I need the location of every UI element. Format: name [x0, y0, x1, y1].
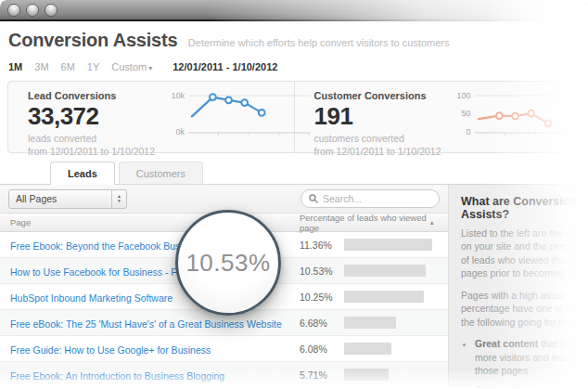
range-option-1y[interactable]: 1Y — [87, 61, 99, 72]
table-row: Free Guide: How to Use Google+ for Busin… — [0, 336, 448, 362]
lead-stat-value: 33,372 — [28, 102, 164, 131]
conversion-stats-panel: Lead Conversions 33,372 leads convertedf… — [7, 81, 581, 153]
customer-conversions-stat: Customer Conversions 191 customers conve… — [295, 82, 581, 152]
page-link[interactable]: Free Guide: How to Use Google+ for Busin… — [10, 344, 211, 356]
magnified-percentage: 10.53% — [185, 249, 270, 278]
help-sidebar: What are Conversion Assists? Listed to t… — [448, 185, 588, 387]
range-option-3m[interactable]: 3M — [34, 61, 48, 72]
window-zoom-button[interactable] — [45, 4, 58, 17]
search-icon — [309, 194, 318, 203]
customer-sparkline-chart — [475, 88, 588, 140]
percentage-bar — [344, 317, 396, 329]
window-minimize-button[interactable] — [26, 4, 39, 17]
customer-axis-mid-label: 50 — [461, 109, 470, 118]
lead-stat-title: Lead Conversions — [28, 90, 164, 101]
percentage-value: 10.25% — [300, 292, 344, 303]
chevron-down-icon: ▾ — [148, 64, 152, 72]
lead-sparkline: 10k 0k — [164, 88, 311, 152]
window-title-bar — [0, 0, 588, 21]
window-close-button[interactable] — [7, 4, 20, 17]
titlebar-fade — [0, 0, 588, 22]
range-option-custom[interactable]: Custom▾ — [111, 61, 152, 72]
page-link[interactable]: HubSpot Inbound Marketing Software — [10, 292, 173, 304]
table-row: Free Ebook: An Introduction to Business … — [0, 362, 448, 388]
sidebar-bullet: Great calls-to-action that help your vis… — [475, 383, 588, 387]
percentage-value: 6.68% — [300, 318, 344, 329]
customer-stat-value: 191 — [314, 102, 451, 131]
percentage-bar — [344, 291, 424, 303]
percentage-value: 5.71% — [300, 370, 344, 381]
lead-sparkline-chart — [188, 88, 311, 140]
percentage-bar — [344, 369, 389, 381]
tab-leads[interactable]: Leads — [50, 162, 115, 185]
magnifier-callout: 10.53% — [175, 210, 281, 316]
page-link[interactable]: Free eBook: The 25 'Must Have's' of a Gr… — [10, 318, 282, 330]
page-title: Conversion Assists — [8, 30, 177, 50]
column-header-percentage[interactable]: Percentage of leads who viewed page ▲ — [300, 213, 448, 233]
sidebar-bullet: Great content that attracts more visitor… — [475, 337, 588, 377]
percentage-bar — [344, 265, 426, 277]
report-tabs: Leads Customers — [50, 162, 588, 185]
sort-ascending-icon[interactable]: ▲ — [429, 219, 435, 226]
customer-stat-caption: customers convertedfrom 12/01/2011 to 1/… — [314, 133, 451, 158]
lead-stat-caption: leads convertedfrom 12/01/2011 to 1/10/2… — [28, 133, 164, 158]
selected-date-range: 12/01/2011 - 1/10/2012 — [173, 61, 277, 72]
page-subtitle: Determine which efforts help convert vis… — [188, 37, 450, 48]
main-content: All Pages ▲▼ Page Percentage of leads wh… — [0, 184, 588, 387]
page-filter-select[interactable]: All Pages ▲▼ — [8, 189, 127, 209]
percentage-bar — [344, 239, 432, 251]
lead-axis-min-label: 0k — [175, 127, 185, 136]
date-range-bar: 1M 3M 6M 1Y Custom▾ 12/01/2011 - 1/10/20… — [8, 61, 588, 72]
page-filter-value: All Pages — [9, 193, 111, 204]
app-window: Conversion Assists Determine which effor… — [0, 0, 588, 389]
lead-axis-max-label: 10k — [171, 91, 185, 100]
customer-axis-max-label: 100 — [456, 91, 470, 100]
lead-conversions-stat: Lead Conversions 33,372 leads convertedf… — [8, 82, 295, 152]
percentage-value: 10.53% — [300, 266, 344, 277]
customer-axis-min-label: 0 — [466, 127, 470, 136]
customer-sparkline: 100 50 0 — [451, 88, 588, 152]
range-option-1m[interactable]: 1M — [8, 61, 22, 72]
search-box[interactable] — [300, 189, 440, 208]
percentage-bar — [344, 343, 391, 355]
tab-customers[interactable]: Customers — [119, 162, 203, 185]
customer-stat-title: Customer Conversions — [314, 90, 451, 101]
percentage-value: 11.36% — [300, 240, 344, 251]
sidebar-bullet-list: Great content that attracts more visitor… — [475, 337, 588, 387]
sidebar-paragraph: Pages with a high assist percentage have… — [461, 289, 588, 329]
sidebar-heading-what: What are Conversion Assists? — [461, 195, 588, 221]
search-input[interactable] — [323, 193, 431, 204]
page-header: Conversion Assists Determine which effor… — [0, 21, 588, 51]
page-link[interactable]: Free Ebook: An Introduction to Business … — [10, 370, 224, 382]
select-stepper-icon: ▲▼ — [111, 190, 126, 208]
sidebar-paragraph: Listed to the left are the pages on your… — [461, 227, 588, 280]
range-option-6m[interactable]: 6M — [61, 61, 75, 72]
percentage-value: 6.08% — [300, 344, 344, 355]
